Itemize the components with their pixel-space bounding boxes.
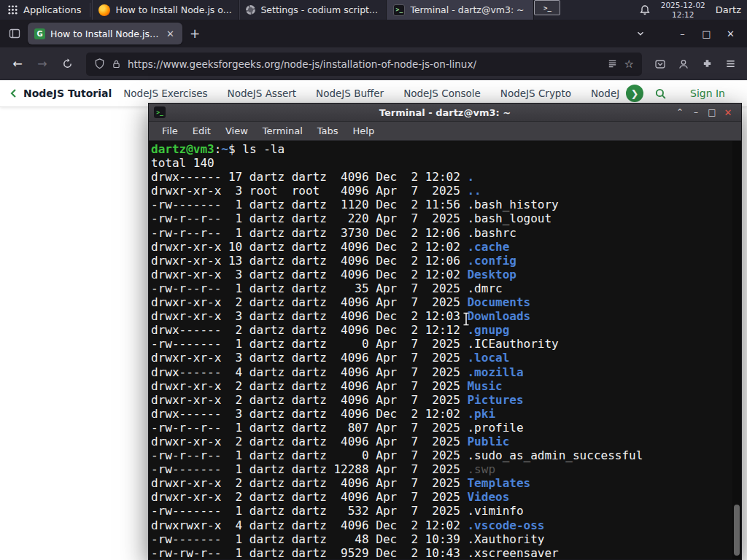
notification-bell-icon[interactable] <box>639 4 651 16</box>
nav-item-nodejs-crypto[interactable]: NodeJS Crypto <box>500 88 571 99</box>
file-name: .pki <box>467 407 495 421</box>
bookmark-star-icon[interactable]: ☆ <box>624 58 634 71</box>
tray-terminal-icon[interactable]: >_ <box>534 0 560 15</box>
taskbar-status-area: 2025-12-02 12:12 Dartz <box>639 0 747 20</box>
file-name: . <box>467 170 474 184</box>
browser-tab[interactable]: G How to Install Node.js on... ✕ <box>28 23 182 44</box>
terminal-line: drwxr-xr-x 13 dartz dartz 4096 Dec 2 12:… <box>151 254 731 268</box>
user-menu[interactable]: Dartz <box>716 4 741 15</box>
nav-back-chevron-icon[interactable] <box>9 88 19 98</box>
sign-in-button[interactable]: Sign In <box>690 88 725 99</box>
line-columns: -rw------- 1 dartz dartz 12288 Apr 7 202… <box>151 462 467 476</box>
account-icon[interactable] <box>673 53 694 75</box>
line-columns: -rw-r--r-- 1 dartz dartz 807 Apr 7 2025 <box>151 421 467 435</box>
terminal-minimize-button[interactable]: – <box>688 104 704 121</box>
nav-item-nodejs-console[interactable]: NodeJS Console <box>403 88 481 99</box>
file-name: Videos <box>467 490 509 504</box>
file-name: Pictures <box>467 393 523 407</box>
terminal-menu-edit[interactable]: Edit <box>193 125 211 136</box>
settings-icon <box>246 5 255 15</box>
tab-title: How to Install Node.js on... <box>50 28 160 39</box>
tracking-shield-icon[interactable] <box>94 58 105 69</box>
terminal-menu-help[interactable]: Help <box>353 125 375 136</box>
line-columns: drwxr-xr-x 3 dartz dartz 4096 Dec 2 12:0… <box>151 268 467 281</box>
terminal-menubar: FileEditViewTerminalTabsHelp <box>149 122 741 141</box>
terminal-titlebar[interactable]: >_ Terminal - dartz@vm3: ~ ⌃ – □ ✕ <box>149 104 741 122</box>
line-columns: drwxr-xr-x 3 dartz dartz 4096 Apr 7 2025 <box>151 351 467 365</box>
window-maximize-button[interactable]: □ <box>694 20 719 47</box>
pocket-icon[interactable] <box>649 53 671 75</box>
terminal-output[interactable]: dartz@vm3:~$ ls -latotal 140drwx------ 1… <box>149 141 741 559</box>
terminal-line: drwxr-xr-x 2 dartz dartz 4096 Apr 7 2025… <box>151 435 731 448</box>
terminal-menu-tabs[interactable]: Tabs <box>317 125 338 136</box>
line-columns: drwxr-xr-x 2 dartz dartz 4096 Apr 7 2025 <box>151 435 467 448</box>
terminal-menu-file[interactable]: File <box>162 125 178 136</box>
terminal-line: drwxrwxr-x 4 dartz dartz 4096 Dec 2 12:0… <box>151 518 731 532</box>
taskbar-window-settings[interactable]: Settings - codium script... <box>239 0 387 20</box>
line-columns: -rw------- 1 dartz dartz 532 Apr 7 2025 <box>151 504 467 518</box>
file-name: .ICEauthority <box>467 337 558 351</box>
terminal-line: -rw-r--r-- 1 dartz dartz 0 Apr 7 2025 .s… <box>151 448 731 462</box>
nav-item-nodejs-dns[interactable]: NodeJS DNS <box>591 88 620 99</box>
taskbar-window-terminal[interactable]: >_Terminal - dartz@vm3: ~ <box>387 0 534 20</box>
clock-date: 2025-12-02 <box>661 1 705 10</box>
terminal-line: drwxr-xr-x 3 root root 4096 Apr 7 2025 .… <box>151 184 731 198</box>
new-tab-button[interactable]: + <box>185 24 204 43</box>
terminal-line: drwxr-xr-x 3 dartz dartz 4096 Apr 7 2025… <box>151 351 731 365</box>
line-columns: drwxr-xr-x 2 dartz dartz 4096 Apr 7 2025 <box>151 379 467 393</box>
file-name: Templates <box>467 476 530 490</box>
back-button[interactable]: ← <box>6 52 29 76</box>
file-name: Downloads <box>467 309 530 323</box>
terminal-line: -rw------- 1 dartz dartz 48 Dec 2 10:39 … <box>151 532 731 546</box>
url-text: https://www.geeksforgeeks.org/node-js/in… <box>128 58 600 70</box>
nav-item-nodejs-tutorial[interactable]: NodeJS Tutorial <box>23 88 112 99</box>
file-name: .vscode-oss <box>467 518 544 532</box>
line-columns: drwxr-xr-x 10 dartz dartz 4096 Dec 2 12:… <box>151 240 467 254</box>
clock-time: 12:12 <box>661 10 705 20</box>
nav-item-nodejs-exercises[interactable]: NodeJS Exercises <box>123 88 207 99</box>
window-minimize-button[interactable]: – <box>670 20 694 47</box>
file-name: .sudo_as_admin_successful <box>467 448 643 462</box>
tab-list-chevron-icon[interactable] <box>630 23 651 44</box>
reload-button[interactable] <box>55 52 79 76</box>
firefox-view-icon[interactable] <box>4 23 25 44</box>
file-name: .cache <box>467 240 509 254</box>
file-name: .bash_history <box>467 198 558 211</box>
clock[interactable]: 2025-12-02 12:12 <box>661 1 705 19</box>
terminal-menu-view[interactable]: View <box>225 125 248 136</box>
gfg-favicon: G <box>34 28 45 39</box>
nav-item-nodejs-assert[interactable]: NodeJS Assert <box>228 88 297 99</box>
lock-icon[interactable] <box>112 59 121 69</box>
terminal-line: -rw-r--r-- 1 dartz dartz 807 Apr 7 2025 … <box>151 421 731 435</box>
terminal-scrollbar[interactable] <box>732 141 741 559</box>
terminal-line: drwxr-xr-x 2 dartz dartz 4096 Apr 7 2025… <box>151 379 731 393</box>
prompt-path: ~ <box>221 142 228 156</box>
url-bar[interactable]: https://www.geeksforgeeks.org/node-js/in… <box>86 52 642 76</box>
terminal-menu-terminal[interactable]: Terminal <box>263 125 303 136</box>
taskbar-window-firefox[interactable]: How to Install Node.js o... <box>92 0 239 20</box>
forward-button[interactable]: → <box>31 52 54 76</box>
taskbar-window-title: Settings - codium script... <box>260 4 377 15</box>
menu-icon[interactable] <box>719 53 741 75</box>
tab-close-icon[interactable]: ✕ <box>165 28 176 39</box>
terminal-shade-button[interactable]: ⌃ <box>672 104 688 121</box>
search-icon[interactable] <box>649 82 671 104</box>
nav-next-chevron-icon[interactable]: ❯ <box>626 85 643 102</box>
taskbar-window-buttons: How to Install Node.js o...Settings - co… <box>92 0 534 20</box>
file-name: .config <box>467 254 516 268</box>
applications-menu[interactable]: Applications <box>0 0 88 20</box>
terminal-line: -rw-r--r-- 1 dartz dartz 220 Apr 7 2025 … <box>151 211 731 225</box>
terminal-line: drwxr-xr-x 2 dartz dartz 4096 Apr 7 2025… <box>151 490 731 504</box>
window-close-button[interactable]: ✕ <box>719 20 743 47</box>
line-columns: drwxr-xr-x 2 dartz dartz 4096 Apr 7 2025 <box>151 476 467 490</box>
reader-mode-icon[interactable] <box>607 58 618 69</box>
terminal-window: >_ Terminal - dartz@vm3: ~ ⌃ – □ ✕ FileE… <box>148 103 742 560</box>
terminal-scrollbar-thumb[interactable] <box>734 505 740 556</box>
terminal-line: -rw------- 1 dartz dartz 1120 Dec 2 11:5… <box>151 198 731 211</box>
nav-item-nodejs-buffer[interactable]: NodeJS Buffer <box>316 88 384 99</box>
desktop: Applications How to Install Node.js o...… <box>0 0 747 560</box>
line-columns: drwxr-xr-x 3 root root 4096 Apr 7 2025 <box>151 184 467 198</box>
terminal-close-button[interactable]: ✕ <box>720 104 736 121</box>
extensions-icon[interactable] <box>696 53 718 75</box>
terminal-maximize-button[interactable]: □ <box>704 104 720 121</box>
